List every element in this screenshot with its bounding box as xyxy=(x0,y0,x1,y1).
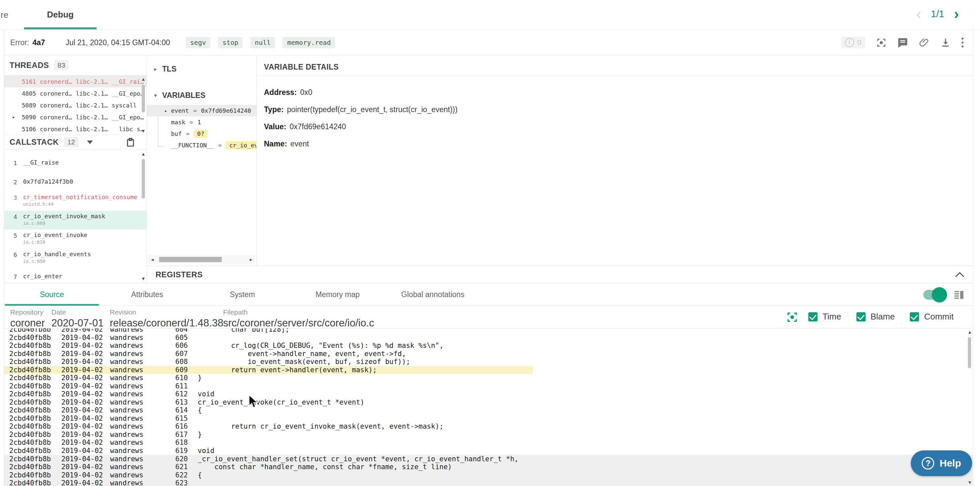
code-line: 2cbd40fb8b2019-04-02wandrews614{ xyxy=(4,406,973,414)
scroll-down-icon[interactable]: ▼ xyxy=(967,480,973,485)
stack-frame[interactable]: 3cr_timerset_notification_consumeunistd.… xyxy=(4,191,146,211)
error-tag: null xyxy=(250,37,275,48)
source-code-area: 2cbd40fb8b2019-04-02wandrews604 char buf… xyxy=(4,328,973,486)
expander-icon[interactable]: ▸ xyxy=(12,114,15,120)
code-text: event->handler_name, event, event->fd, xyxy=(198,350,973,358)
variables-section[interactable]: ▾ VARIABLES xyxy=(154,91,205,100)
collapsed-icon[interactable]: ▸ xyxy=(154,66,157,72)
tab-source[interactable]: Source xyxy=(4,283,100,306)
threads-scrollbar-thumb[interactable] xyxy=(142,85,145,112)
error-tag: segv xyxy=(186,37,210,48)
variable-detail-row: Name:event xyxy=(264,135,457,152)
tab-system[interactable]: System xyxy=(195,283,290,306)
attachment-icon[interactable] xyxy=(919,37,929,48)
source-view-toggle[interactable] xyxy=(923,290,944,300)
annotations-count-badge[interactable]: i 0 xyxy=(841,37,865,48)
blame-date: 2019-04-02 xyxy=(61,328,110,333)
more-menu-icon[interactable] xyxy=(961,38,964,48)
line-number: 611 xyxy=(145,382,188,390)
tab-global-annotations[interactable]: Global annotations xyxy=(385,283,480,306)
thread-row[interactable]: 4805coronerd…libc-2.1…__GI_epo… xyxy=(4,88,146,99)
stack-frame[interactable]: 1__GI_raise xyxy=(4,154,146,173)
detail-value: event xyxy=(290,139,309,148)
checkbox-icon[interactable] xyxy=(910,312,919,322)
blame-date: 2019-04-02 xyxy=(61,438,110,446)
line-number: 615 xyxy=(145,414,188,422)
scroll-right-icon[interactable]: ► xyxy=(247,257,255,262)
comment-icon[interactable] xyxy=(897,37,908,48)
meta-date: Date2020-07-01 xyxy=(51,308,110,329)
expander-icon[interactable]: ▸ xyxy=(164,108,167,113)
stack-frame[interactable]: 7cr_io_enter xyxy=(4,268,146,283)
registers-bar[interactable]: REGISTERS xyxy=(147,266,973,283)
panel-layout-icon[interactable] xyxy=(953,288,965,300)
variable-row[interactable]: ▸event=0x7fd69e614240 xyxy=(147,105,256,116)
variable-detail-row: Address:0x0 xyxy=(264,84,457,101)
expanded-icon[interactable]: ▾ xyxy=(154,92,157,99)
scroll-up-icon[interactable]: ▲ xyxy=(141,152,146,156)
download-icon[interactable] xyxy=(940,37,951,48)
scroll-down-icon[interactable]: ▼ xyxy=(141,129,146,133)
tab-label: Memory map xyxy=(315,290,360,299)
frame-number: 6 xyxy=(14,251,17,258)
scroll-down-icon[interactable]: ▼ xyxy=(141,276,146,281)
code-text: { xyxy=(198,471,973,479)
scroll-up-icon[interactable]: ▲ xyxy=(967,330,973,334)
thread-row[interactable]: 5161coronerd…libc-2.1…__GI_rai… xyxy=(4,75,146,88)
threads-scrollbar[interactable]: ▲ ▼ xyxy=(141,76,146,134)
thread-row[interactable]: 5106coronerd…libc-2.1… libc s… xyxy=(4,123,146,135)
scroll-up-icon[interactable]: ▲ xyxy=(141,77,146,81)
jump-to-line-icon[interactable] xyxy=(786,311,799,323)
callstack-scrollbar[interactable]: ▲ ▼ xyxy=(141,151,146,282)
checkbox-time[interactable]: Time xyxy=(808,312,841,322)
scroll-left-icon[interactable]: ◄ xyxy=(148,257,156,262)
blame-date: 2019-04-02 xyxy=(61,430,110,438)
tab-memory-map[interactable]: Memory map xyxy=(290,283,385,306)
variables-hscrollbar[interactable]: ◄ ► xyxy=(148,255,255,264)
blame-author: wandrews xyxy=(110,406,145,414)
checkbox-icon[interactable] xyxy=(856,312,865,322)
thread-row[interactable]: ▸5090coronerd…libc-2.1…__GI_epo… xyxy=(4,111,146,123)
line-number: 604 xyxy=(145,328,188,333)
toggle-knob[interactable] xyxy=(932,287,947,302)
code-line: 2cbd40fb8b2019-04-02wandrews622{ xyxy=(4,471,973,479)
tab-attributes[interactable]: Attributes xyxy=(100,283,195,306)
chevron-up-icon[interactable] xyxy=(955,272,964,281)
stack-frame[interactable]: 4cr_io_event_invoke_maskio.c:609 xyxy=(4,211,146,230)
focus-icon[interactable] xyxy=(876,37,887,48)
hscrollbar-thumb[interactable] xyxy=(159,257,222,262)
code-scrollbar-thumb[interactable] xyxy=(968,337,971,368)
callstack-scrollbar-thumb[interactable] xyxy=(142,159,145,199)
callstack-caret-down-icon[interactable] xyxy=(87,140,93,144)
stack-frame[interactable]: 20x7fd7a124f3b0 xyxy=(4,173,146,192)
stack-frame[interactable]: 5cr_io_event_invokeio.c:616 xyxy=(4,229,146,249)
meta-filepath: Filepathsrc/coroner/server/src/core/io/i… xyxy=(223,308,388,329)
stack-frame[interactable]: 6cr_io_handle_eventsio.c:650 xyxy=(4,249,146,268)
tab-debug[interactable]: Debug xyxy=(24,0,97,29)
error-bar: Error: 4a7 Jul 21, 2020, 04:15 GMT-04:00… xyxy=(4,30,973,56)
variable-name: __FUNCTION__ xyxy=(171,142,214,149)
blame-author: wandrews xyxy=(110,414,145,422)
source-tabs-row: SourceAttributesSystemMemory mapGlobal a… xyxy=(4,283,973,306)
pager-prev-icon[interactable]: ‹ xyxy=(916,6,921,21)
copy-callstack-icon[interactable] xyxy=(126,137,135,147)
thread-lib: libc-2.1… xyxy=(76,126,108,132)
top-bar: re Debug ‹ 1/1 › xyxy=(0,0,980,30)
blame-author: wandrews xyxy=(110,358,145,366)
thread-row[interactable]: 5089coronerd…libc-2.1…syscall xyxy=(4,99,146,111)
meta-label: Filepath xyxy=(223,308,388,316)
frame-number: 4 xyxy=(14,214,17,220)
callstack-title: CALLSTACK xyxy=(10,137,59,147)
thread-id: 5089 xyxy=(22,102,36,109)
variable-name: buf xyxy=(171,130,182,137)
meta-value: coroner xyxy=(10,317,51,329)
tab-explore-partial[interactable]: re xyxy=(1,10,8,20)
checkbox-commit[interactable]: Commit xyxy=(910,312,954,322)
checkbox-blame[interactable]: Blame xyxy=(856,312,895,322)
code-rows: 2cbd40fb8b2019-04-02wandrews604 char buf… xyxy=(4,328,973,486)
frame-number: 5 xyxy=(14,232,17,239)
checkbox-icon[interactable] xyxy=(808,312,818,322)
tls-section[interactable]: ▸ TLS xyxy=(154,65,176,73)
help-button[interactable]: ? Help xyxy=(911,450,972,476)
pager-next-icon[interactable]: › xyxy=(954,6,959,21)
